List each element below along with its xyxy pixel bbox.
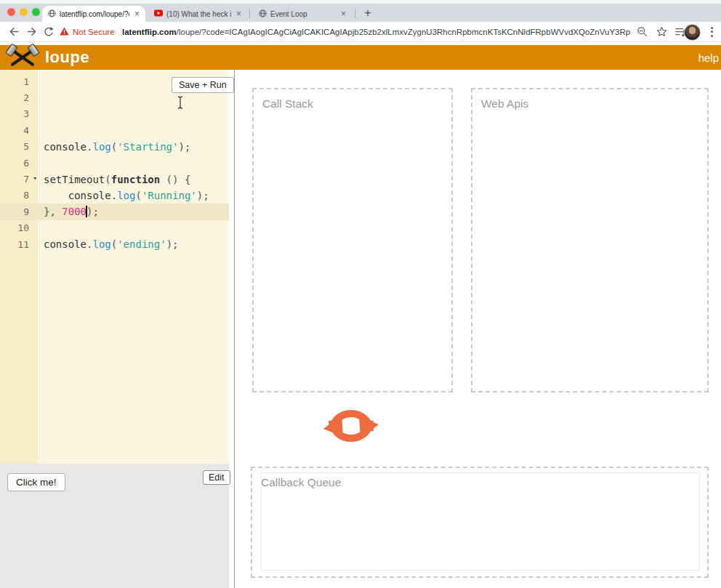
- help-link[interactable]: help: [698, 45, 719, 70]
- globe-icon: [48, 9, 56, 19]
- code-line-3[interactable]: 3: [0, 106, 229, 122]
- tab-title: latentflip.com/loupe/?code=ICA: [60, 10, 129, 18]
- tab-separator: [249, 9, 250, 18]
- editor-code-area[interactable]: 12345console.log('Starting');67▾setTimeo…: [0, 73, 229, 252]
- tab-title: (10) What the heck is the even: [166, 10, 231, 18]
- code-text: console.log('Starting');: [38, 141, 190, 153]
- line-number: 5: [0, 141, 38, 152]
- line-number: 8: [0, 190, 38, 201]
- refresh-icon[interactable]: [40, 22, 57, 41]
- tab-event-loop[interactable]: Event Loop ×: [253, 6, 352, 22]
- close-tab-icon[interactable]: ×: [236, 9, 241, 18]
- pane-divider: [234, 70, 235, 588]
- code-text: }, 7000);: [38, 206, 99, 217]
- code-line-7[interactable]: 7▾setTimeout(function () {: [0, 171, 229, 187]
- code-text: console.log('Running');: [38, 190, 209, 201]
- code-line-9[interactable]: 9}, 7000);: [0, 204, 229, 220]
- zoom-window-button[interactable]: [32, 8, 40, 16]
- code-line-10[interactable]: 10: [0, 220, 229, 236]
- line-number: 2: [0, 92, 38, 103]
- address-bar[interactable]: latentflip.com/loupe/?code=ICAgIAogICAgC…: [122, 22, 631, 41]
- close-tab-icon[interactable]: ×: [134, 9, 140, 18]
- youtube-icon: [154, 9, 163, 18]
- app-title: loupe: [45, 45, 89, 70]
- warning-icon: [60, 25, 69, 39]
- line-number: 9: [0, 206, 38, 217]
- url-path: /loupe/?code=ICAgIAogICAgCiAgICAKICAgIAp…: [177, 28, 631, 36]
- bookmark-star-icon[interactable]: [653, 22, 669, 41]
- chip-divider: [121, 28, 121, 36]
- call-stack-label: Call Stack: [254, 89, 451, 118]
- edit-button[interactable]: Edit: [203, 470, 230, 485]
- tab-strip: latentflip.com/loupe/?code=ICA × (10) Wh…: [0, 0, 721, 22]
- event-loop-icon: [323, 402, 379, 451]
- code-text: console.log('ending');: [38, 238, 178, 250]
- call-stack-panel: Call Stack: [252, 88, 453, 392]
- line-number: 7▾: [0, 174, 38, 185]
- forward-icon[interactable]: [23, 22, 40, 41]
- app-header: loupe help: [0, 45, 721, 70]
- code-line-8[interactable]: 8 console.log('Running');: [0, 188, 229, 204]
- web-apis-panel: Web Apis: [471, 88, 709, 392]
- code-line-5[interactable]: 5console.log('Starting');: [0, 139, 229, 155]
- menu-kebab-icon[interactable]: [706, 22, 717, 41]
- tab-separator: [355, 9, 355, 18]
- line-number: 4: [0, 125, 38, 136]
- tab-title: Event Loop: [270, 10, 336, 18]
- sandbox-panel: Click me! Edit: [0, 464, 229, 588]
- code-line-6[interactable]: 6: [0, 155, 229, 171]
- window-top-edge: [0, 0, 721, 4]
- line-number: 1: [0, 76, 38, 87]
- line-number: 11: [0, 239, 38, 250]
- crossed-hammers-logo-icon: [6, 46, 39, 69]
- callback-queue-panel: Callback Queue: [251, 467, 709, 578]
- screen: latentflip.com/loupe/?code=ICA × (10) Wh…: [0, 0, 721, 588]
- security-chip[interactable]: Not Secure: [60, 22, 121, 41]
- security-chip-label: Not Secure: [73, 28, 115, 36]
- new-tab-button[interactable]: +: [359, 4, 376, 22]
- browser-toolbar: Not Secure latentflip.com/loupe/?code=IC…: [0, 22, 721, 42]
- close-window-button[interactable]: [7, 8, 15, 16]
- back-icon[interactable]: [5, 22, 23, 41]
- line-number: 10: [0, 222, 38, 233]
- save-run-button[interactable]: Save + Run: [172, 77, 234, 93]
- web-apis-label: Web Apis: [472, 89, 707, 118]
- code-editor[interactable]: 12345console.log('Starting');67▾setTimeo…: [0, 70, 229, 464]
- line-number: 3: [0, 108, 38, 119]
- text-cursor-pointer-icon: [177, 96, 184, 112]
- minimize-window-button[interactable]: [20, 8, 28, 16]
- close-tab-icon[interactable]: ×: [341, 9, 346, 18]
- code-text: setTimeout(function () {: [38, 174, 190, 185]
- zoom-level-icon[interactable]: [634, 22, 650, 41]
- code-line-11[interactable]: 11console.log('ending');: [0, 236, 229, 252]
- profile-avatar[interactable]: [684, 24, 701, 41]
- code-line-4[interactable]: 4: [0, 122, 229, 138]
- line-number: 6: [0, 158, 38, 169]
- callback-queue-inner: [261, 472, 700, 571]
- tab-youtube[interactable]: (10) What the heck is the even ×: [148, 6, 247, 22]
- url-domain: latentflip.com: [122, 28, 177, 36]
- tab-loupe[interactable]: latentflip.com/loupe/?code=ICA ×: [42, 6, 145, 22]
- click-me-button[interactable]: Click me!: [7, 473, 65, 491]
- fold-marker-icon[interactable]: ▾: [33, 174, 37, 182]
- globe-icon: [259, 9, 267, 19]
